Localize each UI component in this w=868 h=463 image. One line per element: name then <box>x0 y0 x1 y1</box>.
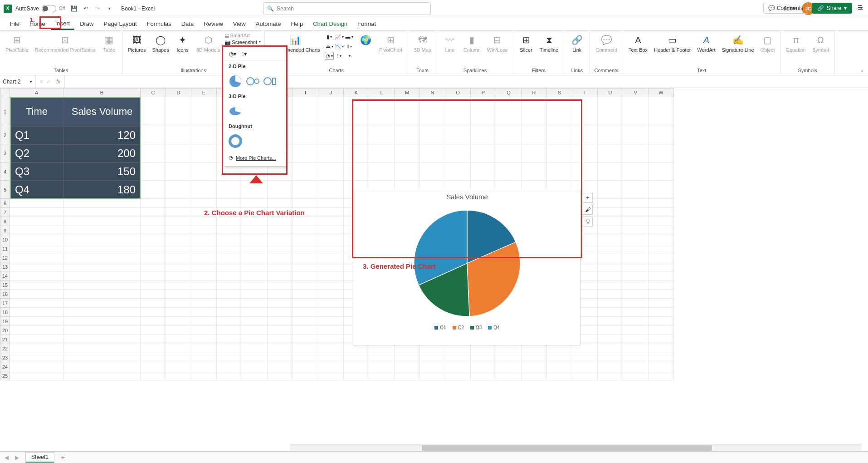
horizontal-scrollbar[interactable] <box>290 444 862 451</box>
cancel-formula-icon[interactable]: ✕ <box>39 79 44 85</box>
sheet-next-icon[interactable]: ▶ <box>15 454 19 461</box>
tab-chartdesign[interactable]: Chart Design <box>308 19 352 29</box>
row-header-8[interactable]: 8 <box>0 217 10 226</box>
col-header-A[interactable]: A <box>10 88 63 97</box>
formula-input[interactable] <box>64 75 868 88</box>
search-input[interactable]: 🔍 Search <box>263 2 431 15</box>
cell-q4[interactable]: Q4 <box>10 181 63 199</box>
pivottable-button[interactable]: ⊞PivotTable <box>4 33 30 54</box>
cell-q1[interactable]: Q1 <box>10 126 63 144</box>
select-all-corner[interactable] <box>0 88 10 97</box>
col-header-D[interactable]: D <box>166 88 191 97</box>
more-pie-charts-button[interactable]: ◔ More Pie Charts... <box>224 151 286 164</box>
row-header-12[interactable]: 12 <box>0 253 10 262</box>
row-header-22[interactable]: 22 <box>0 344 10 353</box>
row-header-13[interactable]: 13 <box>0 262 10 271</box>
row-header-23[interactable]: 23 <box>0 353 10 362</box>
screenshot-button[interactable]: 📷 Screenshot▾ <box>224 39 261 45</box>
autosave-toggle[interactable]: AutoSave Off <box>15 5 65 12</box>
enter-formula-icon[interactable]: ✓ <box>46 79 51 85</box>
combo-chart-button[interactable]: ⫴▾ <box>345 42 354 50</box>
col-header-T[interactable]: T <box>572 88 598 97</box>
tab-pagelayout[interactable]: Page Layout <box>99 19 141 29</box>
row-header-24[interactable]: 24 <box>0 362 10 371</box>
cell-q2[interactable]: Q2 <box>10 144 63 163</box>
row-header-20[interactable]: 20 <box>0 326 10 335</box>
add-sheet-button[interactable]: + <box>61 453 65 462</box>
fx-icon[interactable]: fx <box>56 79 60 85</box>
col-header-V[interactable]: V <box>623 88 649 97</box>
wordart-button[interactable]: AWordArt <box>695 33 717 54</box>
col-header-O[interactable]: O <box>445 88 471 97</box>
chart-elements-button[interactable]: + <box>583 193 593 203</box>
bar-of-pie-option[interactable] <box>262 74 278 89</box>
row-header-18[interactable]: 18 <box>0 308 10 317</box>
tab-view[interactable]: View <box>229 19 250 29</box>
col-header-U[interactable]: U <box>598 88 623 97</box>
cell-q1-val[interactable]: 120 <box>63 126 141 144</box>
link-button[interactable]: 🔗Link <box>568 33 586 54</box>
ribbon-mode-icon[interactable]: ☰ <box>856 3 864 14</box>
tab-file[interactable]: File <box>5 19 24 29</box>
row-header-2[interactable]: 2 <box>0 126 10 144</box>
pivotchart-button[interactable]: ⊞PivotChart <box>377 33 404 54</box>
col-header-I[interactable]: I <box>293 88 318 97</box>
smartart-button[interactable]: ⬓ SmartArt <box>224 33 261 39</box>
row-header-14[interactable]: 14 <box>0 271 10 281</box>
tab-insert[interactable]: Insert <box>51 18 75 30</box>
symbol-button[interactable]: ΩSymbol <box>810 33 831 54</box>
maps-chart-button[interactable]: ▾ <box>345 52 354 60</box>
scatter-chart-button[interactable]: ⁝▾ <box>335 52 344 60</box>
cell-q3-val[interactable]: 150 <box>63 163 141 181</box>
maps-button[interactable]: 🌍 <box>356 33 375 47</box>
redo-icon[interactable]: ↷ <box>94 5 101 12</box>
stat-chart-button[interactable]: 📉▾ <box>335 42 344 50</box>
recommended-pivot-button[interactable]: ⊡Recommended PivotTables <box>33 33 98 54</box>
row-header-19[interactable]: 19 <box>0 317 10 326</box>
share-button[interactable]: 🔗 Share ▾ <box>812 3 852 14</box>
row-header-21[interactable]: 21 <box>0 335 10 344</box>
row-header-15[interactable]: 15 <box>0 281 10 290</box>
col-header-J[interactable]: J <box>318 88 344 97</box>
tab-data[interactable]: Data <box>177 19 198 29</box>
pictures-button[interactable]: 🖼Pictures <box>126 33 148 54</box>
cell-q2-val[interactable]: 200 <box>63 144 141 163</box>
col-header-P[interactable]: P <box>471 88 496 97</box>
tab-formulas[interactable]: Formulas <box>142 19 176 29</box>
slicer-button[interactable]: ⊞Slicer <box>517 33 535 54</box>
collapse-ribbon-icon[interactable]: ⌄ <box>860 67 864 73</box>
name-box[interactable]: Chart 2▾ <box>0 75 35 88</box>
save-icon[interactable]: 💾 <box>70 5 78 12</box>
comments-button[interactable]: 💬 Comments <box>763 3 808 14</box>
col-header-Q[interactable]: Q <box>496 88 522 97</box>
bar-chart-button[interactable]: ▬▾ <box>345 33 354 41</box>
scrollbar-thumb[interactable] <box>422 445 712 451</box>
textbox-button[interactable]: AText Box <box>627 33 649 54</box>
cell-q4-val[interactable]: 180 <box>63 181 141 199</box>
headerfooter-button[interactable]: ▭Header & Footer <box>652 33 692 54</box>
col-header-E[interactable]: E <box>191 88 217 97</box>
object-button[interactable]: ▢Object <box>759 33 777 54</box>
undo-icon[interactable]: ↶ <box>82 5 89 12</box>
col-header-C[interactable]: C <box>141 88 166 97</box>
row-header-17[interactable]: 17 <box>0 299 10 308</box>
row-header-9[interactable]: 9 <box>0 226 10 235</box>
sheet-tab[interactable]: Sheet1 <box>25 452 54 463</box>
qat-dropdown-icon[interactable]: ▾ <box>106 5 113 12</box>
tab-help[interactable]: Help <box>286 19 307 29</box>
sparkline-column-button[interactable]: ▮Column <box>462 33 483 54</box>
timeline-button[interactable]: ⧗Timeline <box>538 33 560 54</box>
pie-3d-option[interactable] <box>228 103 243 119</box>
sparkline-line-button[interactable]: 〰Line <box>441 33 459 54</box>
doughnut-option[interactable] <box>228 133 243 149</box>
pie-2d-option[interactable] <box>228 74 243 89</box>
tab-format[interactable]: Format <box>353 19 380 29</box>
shapes-button[interactable]: ◯Shapes <box>150 33 171 54</box>
tab-review[interactable]: Review <box>199 19 228 29</box>
col-header-R[interactable]: R <box>522 88 547 97</box>
tab-home[interactable]: Home <box>25 19 50 29</box>
col-header-K[interactable]: K <box>344 88 369 97</box>
row-header-6[interactable]: 6 <box>0 199 10 208</box>
col-header-B[interactable]: B <box>63 88 141 97</box>
pie-of-pie-option[interactable] <box>245 74 260 89</box>
